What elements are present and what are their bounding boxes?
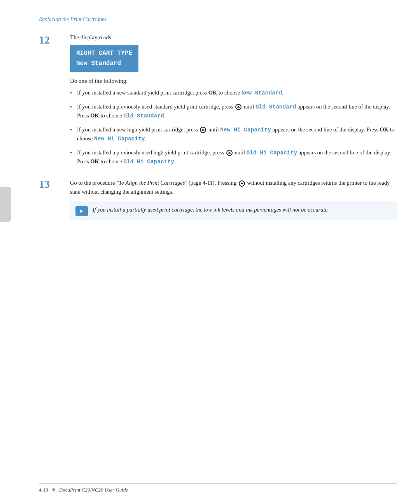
breadcrumb: Replacing the Print Cartridges — [39, 16, 107, 23]
step-12-intro: The display reads: — [70, 34, 397, 41]
arrow-icon-2 — [235, 104, 242, 110]
arrow-icon-5 — [239, 180, 245, 187]
lcd-line1: RIGHT CART TYPE — [76, 49, 132, 59]
align-quote: "To Align the Print Cartridges" — [116, 180, 187, 186]
arrow-icon-3 — [200, 127, 206, 133]
step-13-content: Go to the procedure "To Align the Print … — [70, 178, 397, 220]
side-tab — [0, 187, 11, 222]
note-text: If you install a partially used print ca… — [93, 205, 329, 214]
ok-1: OK — [208, 89, 217, 96]
code-new-standard: New Standard — [242, 90, 282, 96]
step-12: 12 The display reads: RIGHT CART TYPE Ne… — [39, 34, 397, 172]
step-12-content: The display reads: RIGHT CART TYPE New S… — [70, 34, 397, 172]
bullet-3: • If you installed a new high yield prin… — [70, 125, 397, 144]
bullet-text-3: If you installed a new high yield print … — [77, 125, 397, 144]
bullet-2: • If you installed a previously used sta… — [70, 102, 397, 121]
step-13-text: Go to the procedure "To Align the Print … — [70, 178, 397, 196]
footer-title: DocuPrint C20/NC20 User Guide — [59, 487, 128, 493]
bullet-text-4: If you installed a previously used high … — [77, 148, 397, 166]
code-old-hi-cap-2: Old Hi Capacity — [123, 159, 174, 165]
footer: 4-10 ❖ DocuPrint C20/NC20 User Guide — [39, 483, 397, 493]
code-new-hi-cap-2: New Hi Capacity — [94, 136, 145, 142]
lcd-display: RIGHT CART TYPE New Standard — [70, 45, 138, 72]
ok-3: OK — [380, 126, 389, 133]
code-old-standard-2: Old Standard — [123, 113, 164, 119]
ok-2: OK — [90, 112, 99, 119]
footer-diamond: ❖ — [51, 487, 56, 493]
bullet-dot-1: • — [70, 89, 77, 97]
bullet-1: • If you installed a new standard yield … — [70, 88, 397, 97]
bullet-text-1: If you installed a new standard yield pr… — [77, 88, 397, 97]
bullet-4: • If you installed a previously used hig… — [70, 148, 397, 166]
arrow-icon-4 — [226, 150, 233, 156]
page: Replacing the Print Cartridges 12 The di… — [0, 0, 420, 504]
bullet-dot-4: • — [70, 149, 77, 157]
do-one-text: Do one of the following: — [70, 78, 397, 84]
note-icon: ► — [75, 206, 88, 216]
note-box: ► If you install a partially used print … — [70, 201, 397, 220]
main-content: 12 The display reads: RIGHT CART TYPE Ne… — [39, 34, 397, 227]
bullet-list: • If you installed a new standard yield … — [70, 88, 397, 166]
note-arrow-symbol: ► — [79, 208, 84, 214]
step-12-number: 12 — [39, 34, 70, 172]
step-13: 13 Go to the procedure "To Align the Pri… — [39, 178, 397, 220]
footer-page: 4-10 — [39, 487, 48, 493]
code-new-hi-cap-1: New Hi Capacity — [220, 127, 271, 133]
ok-4: OK — [90, 158, 99, 164]
code-old-hi-cap-1: Old Hi Capacity — [247, 150, 298, 156]
step-13-number: 13 — [39, 178, 70, 220]
bullet-dot-2: • — [70, 103, 77, 111]
bullet-dot-3: • — [70, 126, 77, 134]
code-old-standard-1: Old Standard — [256, 104, 296, 110]
lcd-line2: New Standard — [76, 59, 132, 69]
bullet-text-2: If you installed a previously used stand… — [77, 102, 397, 121]
